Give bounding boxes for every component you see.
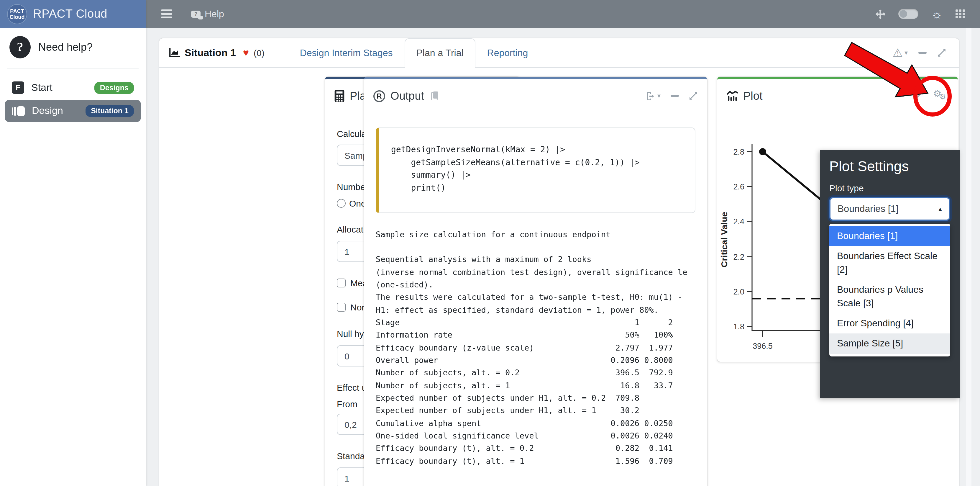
y-axis-label: Critical Value bbox=[719, 212, 729, 267]
data-point bbox=[759, 148, 766, 155]
gear-small-icon: ⚙ bbox=[940, 93, 946, 100]
export-dropdown-button[interactable]: ▾ bbox=[646, 91, 660, 100]
need-help-label: Need help? bbox=[38, 41, 92, 53]
plot-type-select[interactable]: Boundaries [1] ▴ bbox=[829, 197, 950, 221]
plot-type-dropdown: Boundaries [1] Boundaries Effect Scale [… bbox=[829, 224, 950, 356]
designs-badge: Designs bbox=[95, 82, 134, 94]
chevron-up-icon: ▴ bbox=[939, 205, 942, 213]
topbar: ? Help ☼ bbox=[146, 0, 980, 28]
sidebar-item-design[interactable]: Design Situation 1 bbox=[5, 100, 141, 122]
app-root: PACT Cloud RPACT Cloud ? Need help? F St… bbox=[0, 0, 980, 486]
situation-label: Situation 1 bbox=[185, 47, 236, 59]
plot-header: Plot ⚙ ⚙ bbox=[717, 79, 958, 113]
toggle-knob bbox=[899, 10, 907, 18]
option-sample-size[interactable]: Sample Size [5] bbox=[829, 334, 950, 354]
hamburger-menu-icon[interactable] bbox=[161, 10, 172, 18]
expand-button[interactable] bbox=[914, 91, 923, 100]
option-boundaries[interactable]: Boundaries [1] bbox=[829, 226, 950, 246]
panel-title: Plot bbox=[743, 89, 763, 102]
svg-text:2.0: 2.0 bbox=[733, 287, 745, 296]
fullscreen-arrows-icon[interactable] bbox=[875, 8, 885, 19]
favorites-count: (0) bbox=[254, 48, 264, 58]
panel-title: Output bbox=[390, 89, 424, 102]
output-panel: R Output ▾ getDesignInverseNormal(kMax bbox=[364, 77, 707, 486]
rpact-logo-icon: PACT Cloud bbox=[7, 4, 27, 24]
plot-panel: Plot ⚙ ⚙ bbox=[717, 77, 958, 362]
situation-badge: Situation 1 bbox=[86, 105, 134, 117]
output-results-table: Stage 1 2 Information rate 50% 100% Effi… bbox=[376, 316, 695, 467]
checkbox-icon bbox=[337, 303, 346, 312]
tab-bar: Situation 1 ♥ (0) Design Interim Stages … bbox=[159, 38, 959, 68]
output-summary-text: Sample size calculation for a continuous… bbox=[376, 228, 695, 317]
sidebar-item-start[interactable]: F Start Designs bbox=[5, 77, 141, 99]
output-header: R Output ▾ bbox=[364, 79, 707, 113]
svg-text:1.8: 1.8 bbox=[733, 322, 745, 331]
warnings-dropdown-button[interactable]: ⚠ ▾ bbox=[893, 47, 908, 59]
expand-diagonal-icon bbox=[914, 91, 923, 100]
expand-diagonal-icon bbox=[937, 48, 946, 57]
select-value: Boundaries [1] bbox=[838, 204, 898, 214]
chat-bubble-icon: ? bbox=[191, 10, 200, 18]
plot-settings-panel: Plot Settings Plot type Boundaries [1] ▴… bbox=[820, 150, 960, 398]
plot-settings-title: Plot Settings bbox=[829, 158, 950, 175]
minus-icon bbox=[671, 95, 679, 97]
plot-settings-gears-button[interactable]: ⚙ ⚙ bbox=[933, 90, 948, 102]
plot-type-label: Plot type bbox=[829, 183, 950, 193]
tab-plan-a-trial[interactable]: Plan a Trial bbox=[405, 38, 476, 68]
expand-button[interactable] bbox=[937, 48, 946, 57]
design-icon bbox=[12, 104, 25, 118]
chevron-down-icon: ▾ bbox=[905, 49, 908, 57]
collapse-button[interactable] bbox=[896, 95, 904, 97]
plot-canvas: 2.8 2.6 2.4 2.2 2.0 1.8 396.5 Critical V… bbox=[717, 113, 958, 362]
sidebar-item-label: Design bbox=[32, 105, 78, 117]
sidebar: PACT Cloud RPACT Cloud ? Need help? F St… bbox=[0, 0, 146, 486]
collapse-button[interactable] bbox=[671, 95, 679, 97]
chevron-down-icon: ▾ bbox=[657, 92, 660, 100]
copy-icon[interactable] bbox=[431, 91, 438, 100]
radio-icon bbox=[337, 199, 346, 208]
minus-icon bbox=[896, 95, 904, 97]
r-code-block: getDesignInverseNormal(kMax = 2) |> getS… bbox=[376, 127, 695, 213]
scrollbar-gutter[interactable] bbox=[966, 28, 972, 486]
sun-settings-icon[interactable]: ☼ bbox=[931, 8, 942, 20]
sidebar-item-label: Start bbox=[31, 82, 88, 94]
app-title: RPACT Cloud bbox=[33, 7, 107, 21]
heart-icon[interactable]: ♥ bbox=[243, 47, 249, 59]
start-icon: F bbox=[12, 81, 24, 94]
expand-button[interactable] bbox=[689, 91, 698, 100]
expand-diagonal-icon bbox=[689, 91, 698, 100]
help-button[interactable]: ? Help bbox=[191, 8, 224, 19]
option-boundaries-p-values-scale[interactable]: Boundaries p Values Scale [3] bbox=[829, 280, 950, 313]
collapse-button[interactable] bbox=[918, 52, 927, 54]
sidebar-divider bbox=[7, 68, 138, 69]
tab-design-interim-stages[interactable]: Design Interim Stages bbox=[288, 38, 405, 67]
help-label: Help bbox=[205, 8, 224, 19]
r-logo-icon: R bbox=[373, 90, 385, 102]
option-error-spending[interactable]: Error Spending [4] bbox=[829, 313, 950, 334]
calculator-icon bbox=[334, 90, 344, 102]
output-body: getDesignInverseNormal(kMax = 2) |> getS… bbox=[364, 113, 707, 467]
brand-header: PACT Cloud RPACT Cloud bbox=[0, 0, 146, 28]
r-code: getDesignInverseNormal(kMax = 2) |> getS… bbox=[391, 143, 683, 195]
main-card: Situation 1 ♥ (0) Design Interim Stages … bbox=[159, 38, 959, 486]
question-mark-icon: ? bbox=[10, 36, 31, 59]
line-chart-icon bbox=[727, 91, 738, 101]
tab-reporting[interactable]: Reporting bbox=[476, 38, 540, 67]
apps-grid-icon[interactable] bbox=[955, 10, 965, 18]
checkbox-icon bbox=[337, 279, 346, 287]
chart-icon bbox=[169, 48, 180, 58]
svg-text:2.8: 2.8 bbox=[733, 148, 745, 156]
situation-header: Situation 1 ♥ (0) bbox=[169, 38, 288, 67]
svg-text:2.6: 2.6 bbox=[733, 182, 745, 191]
logo-text-top: PACT bbox=[10, 8, 24, 14]
svg-text:2.2: 2.2 bbox=[733, 253, 745, 261]
need-help-link[interactable]: ? Need help? bbox=[0, 28, 146, 65]
theme-toggle[interactable] bbox=[898, 9, 918, 19]
svg-text:396.5: 396.5 bbox=[752, 342, 773, 351]
option-boundaries-effect-scale[interactable]: Boundaries Effect Scale [2] bbox=[829, 246, 950, 280]
svg-text:2.4: 2.4 bbox=[733, 217, 745, 226]
logo-text-bottom: Cloud bbox=[10, 14, 25, 20]
export-icon bbox=[646, 91, 655, 100]
warning-icon: ⚠ bbox=[893, 47, 903, 59]
minus-icon bbox=[918, 52, 927, 54]
